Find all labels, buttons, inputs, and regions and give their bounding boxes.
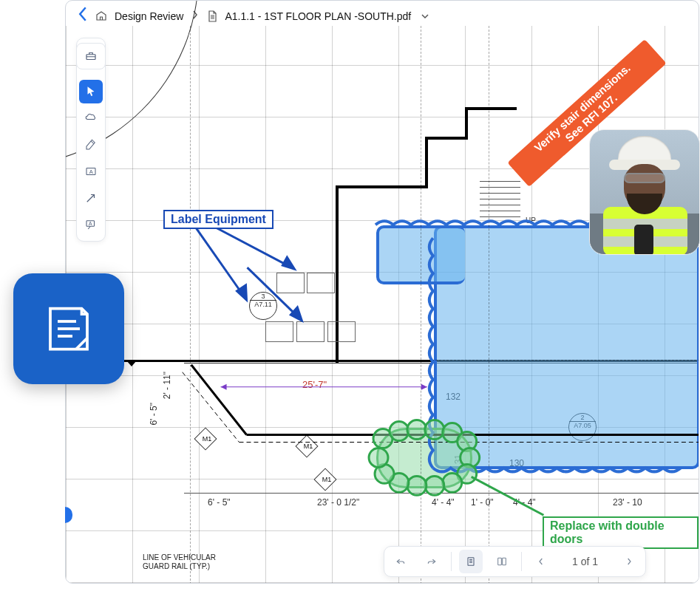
dimension: 4' - 4" — [432, 497, 455, 508]
dimension: 6' - 5" — [208, 497, 231, 508]
svg-line-33 — [195, 226, 247, 300]
svg-marker-48 — [127, 361, 136, 366]
multi-page-view-button[interactable] — [490, 550, 514, 573]
plan-note: LINE OF VEHICULAR GUARD RAIL (TYP.) — [143, 553, 239, 570]
svg-line-7 — [87, 195, 95, 202]
svg-line-10 — [88, 226, 90, 229]
expand-chevron-icon[interactable] — [126, 356, 137, 373]
textbox-tool[interactable]: A — [79, 160, 103, 183]
tag-marker: M1 — [194, 427, 217, 450]
svg-rect-43 — [498, 558, 502, 564]
svg-rect-44 — [503, 558, 506, 564]
document-viewer: Design Review A1.1.1 - 1ST FLOOR PLAN -S… — [65, 0, 699, 584]
dimension: 6' - 5" — [149, 403, 159, 426]
single-page-view-button[interactable] — [459, 550, 483, 573]
cloud-tool[interactable] — [79, 106, 103, 130]
dimension: 4' - 4" — [513, 497, 536, 508]
svg-rect-39 — [468, 558, 474, 566]
dimension: 1' - 0" — [471, 497, 494, 508]
document-icon — [207, 10, 217, 22]
toolbox-button[interactable] — [76, 43, 106, 69]
arrow-tool[interactable] — [79, 186, 103, 210]
tag-marker: M1 — [313, 468, 336, 491]
dimension: 2' - 11" — [162, 372, 172, 399]
dimension: 23' - 0 1/2" — [317, 497, 359, 508]
app-icon — [13, 273, 124, 384]
dimension: 23' - 10 — [613, 497, 642, 508]
dimension-main: 25'-7" — [302, 379, 327, 390]
file-dropdown-icon[interactable] — [418, 10, 432, 23]
svg-marker-38 — [290, 307, 302, 321]
prev-page-button[interactable] — [529, 550, 553, 573]
redo-button[interactable] — [420, 550, 444, 573]
svg-marker-34 — [237, 285, 247, 300]
svg-line-11 — [191, 365, 247, 435]
svg-text:A: A — [89, 168, 93, 175]
annotation-label-green[interactable]: Replace with double doors — [543, 516, 699, 549]
svg-text:A: A — [89, 221, 92, 226]
markup-cloud-blue[interactable] — [434, 225, 699, 469]
breadcrumb-file[interactable]: A1.1.1 - 1ST FLOOR PLAN -SOUTH.pdf — [225, 10, 411, 22]
undo-button[interactable] — [389, 550, 412, 573]
annotation-label-blue[interactable]: Label Equipment — [163, 210, 273, 229]
svg-line-35 — [214, 226, 295, 269]
user-avatar — [589, 129, 700, 255]
svg-marker-36 — [282, 257, 294, 269]
next-page-button[interactable] — [617, 550, 641, 573]
up-label: UP — [526, 216, 536, 225]
callout-tool[interactable]: A — [79, 213, 103, 236]
cursor-tool[interactable] — [79, 80, 103, 103]
tag-marker: M1 — [295, 434, 318, 457]
svg-line-32 — [472, 477, 544, 515]
page-control-bar: 1 of 1 — [384, 546, 646, 577]
svg-marker-17 — [421, 384, 427, 390]
pen-tool[interactable] — [79, 133, 103, 157]
markup-cloud-green[interactable] — [376, 428, 472, 488]
markup-toolbar: A A — [76, 38, 106, 242]
svg-marker-16 — [221, 384, 227, 390]
page-indicator: 1 of 1 — [560, 556, 610, 567]
detail-callout: 3 A7.11 — [249, 292, 277, 320]
